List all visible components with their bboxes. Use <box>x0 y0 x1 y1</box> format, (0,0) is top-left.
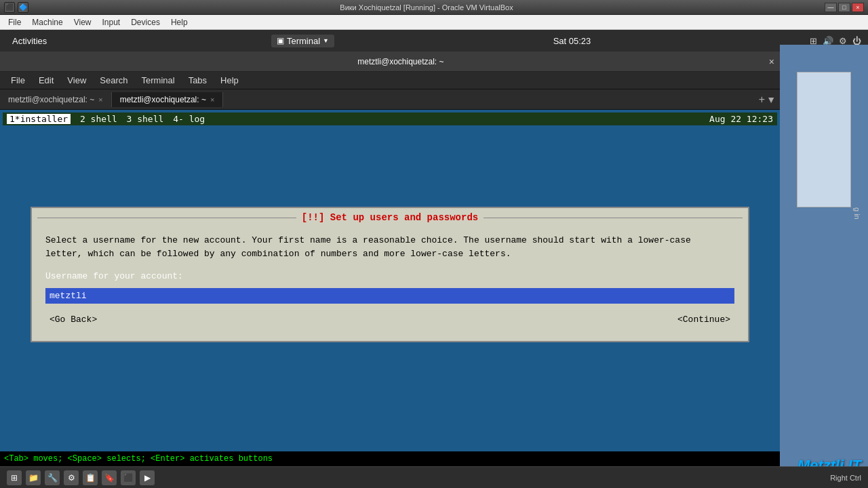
terminal-tab-1-label: metztli@xochiquetzal: ~ <box>8 95 94 104</box>
dialog-title-row: [!!] Set up users and passwords <box>32 208 748 226</box>
dialog-buttons: <Go Back> <Continue> <box>32 310 748 336</box>
terminal-icon: ▣ <box>277 36 284 45</box>
status-bar-text: <Tab> moves; <Space> selects; <Enter> ac… <box>4 454 273 464</box>
continue-button[interactable]: <Continue> <box>673 313 734 326</box>
new-tab-btn[interactable]: + <box>759 94 765 106</box>
terminal-tab-1-close[interactable]: × <box>98 96 102 104</box>
taskbar-icon-8[interactable]: ▶ <box>140 470 155 485</box>
terminal-tab-2[interactable]: metztli@xochiquetzal: ~ × <box>112 92 224 107</box>
vbox-icon2: 🔷 <box>18 2 28 13</box>
vbox-icon: ⬛ <box>4 2 15 13</box>
taskbar-icon-6[interactable]: 🔖 <box>102 470 117 485</box>
terminal-tabs-bar: metztli@xochiquetzal: ~ × metztli@xochiq… <box>0 89 780 110</box>
terminal-title: metztli@xochiquetzal: ~ <box>33 57 769 66</box>
terminal-body[interactable]: 1*installer 2 shell 3 shell 4- log Aug 2… <box>0 110 780 466</box>
dialog-description: Select a username for the new account. Y… <box>32 226 748 268</box>
terminal-tab-2-close[interactable]: × <box>210 96 214 104</box>
terminal-menu-edit[interactable]: Edit <box>32 74 60 87</box>
username-label-text: Username for your account: <box>45 271 183 281</box>
terminal-tab-controls[interactable]: + ▼ <box>759 94 780 106</box>
terminal-menu-search[interactable]: Search <box>93 74 134 87</box>
vbox-minimize-btn[interactable]: — <box>825 3 837 12</box>
go-back-button[interactable]: <Go Back> <box>45 313 101 326</box>
taskbar-apps: ⊞ 📁 🔧 ⚙ 📋 🔖 ⬛ ▶ <box>7 470 155 485</box>
terminal-menu-file[interactable]: File <box>4 74 32 87</box>
terminal-menu-terminal[interactable]: Terminal <box>135 74 182 87</box>
vbox-restore-btn[interactable]: □ <box>838 3 850 12</box>
activities-button[interactable]: Activities <box>7 35 52 47</box>
terminal-area: metztli@xochiquetzal: ~ × File Edit View… <box>0 52 780 466</box>
dialog-title: [!!] Set up users and passwords <box>302 212 478 223</box>
taskbar-icon-2[interactable]: 📁 <box>26 470 41 485</box>
right-panel-inner <box>797 72 851 207</box>
tab-menu-btn[interactable]: ▼ <box>766 94 776 105</box>
terminal-close-btn[interactable]: × <box>769 56 774 67</box>
gnome-taskbar: ⊞ 📁 🔧 ⚙ 📋 🔖 ⬛ ▶ Right Ctrl <box>0 466 868 488</box>
vbox-titlebar: ⬛ 🔷 Вики Xochiquetzal [Running] - Oracle… <box>0 0 868 15</box>
vbox-window-controls[interactable]: — □ × <box>825 3 864 12</box>
dialog-title-line-right <box>484 218 743 218</box>
vbox-menu-devices[interactable]: Devices <box>125 16 165 28</box>
vbox-menubar: File Machine View Input Devices Help <box>0 15 868 30</box>
right-panel-signin: g in <box>853 207 861 220</box>
dialog-overlay: [!!] Set up users and passwords Select a… <box>0 110 780 466</box>
gnome-topbar: Activities ▣ Terminal ▼ Sat 05:23 ⊞ 🔊 ⚙ … <box>0 30 868 52</box>
terminal-applet[interactable]: ▣ Terminal ▼ <box>271 35 334 47</box>
username-input-row <box>32 284 748 310</box>
right-ctrl-label: Right Ctrl <box>830 474 861 482</box>
terminal-menu-help[interactable]: Help <box>214 74 245 87</box>
status-bar: <Tab> moves; <Space> selects; <Enter> ac… <box>0 451 780 466</box>
username-label: Username for your account: <box>32 268 748 284</box>
terminal-tab-1[interactable]: metztli@xochiquetzal: ~ × <box>0 92 112 107</box>
vbox-title-text: Вики Xochiquetzal [Running] - Oracle VM … <box>28 3 825 12</box>
taskbar-icon-1[interactable]: ⊞ <box>7 470 22 485</box>
vbox-close-btn[interactable]: × <box>852 3 864 12</box>
dialog-description-text: Select a username for the new account. Y… <box>45 235 691 259</box>
terminal-chevron: ▼ <box>323 37 329 44</box>
terminal-tab-2-label: metztli@xochiquetzal: ~ <box>120 95 206 104</box>
vbox-menu-help[interactable]: Help <box>165 16 193 28</box>
terminal-label: Terminal <box>287 36 320 46</box>
vbox-title-left: ⬛ 🔷 <box>4 2 28 13</box>
vbox-menu-input[interactable]: Input <box>97 16 126 28</box>
terminal-menubar: File Edit View Search Terminal Tabs Help <box>0 72 780 89</box>
taskbar-icon-3[interactable]: 🔧 <box>45 470 60 485</box>
dialog-title-line-left <box>37 218 296 218</box>
vbox-menu-file[interactable]: File <box>3 16 26 28</box>
vbox-menu-machine[interactable]: Machine <box>26 16 68 28</box>
dialog-box: [!!] Set up users and passwords Select a… <box>31 207 749 342</box>
right-panel: g in Metztli IT <box>780 45 868 488</box>
taskbar-right: Right Ctrl <box>830 474 861 482</box>
terminal-menu-view[interactable]: View <box>60 74 93 87</box>
taskbar-icon-5[interactable]: 📋 <box>83 470 98 485</box>
gnome-clock: Sat 05:23 <box>553 36 591 46</box>
main-container: Activities ▣ Terminal ▼ Sat 05:23 ⊞ 🔊 ⚙ … <box>0 30 868 488</box>
vbox-menu-view[interactable]: View <box>68 16 97 28</box>
taskbar-icon-4[interactable]: ⚙ <box>64 470 79 485</box>
username-input[interactable] <box>45 288 734 304</box>
taskbar-icon-7[interactable]: ⬛ <box>121 470 136 485</box>
terminal-menu-tabs[interactable]: Tabs <box>182 74 214 87</box>
terminal-titlebar: metztli@xochiquetzal: ~ × <box>0 52 780 72</box>
